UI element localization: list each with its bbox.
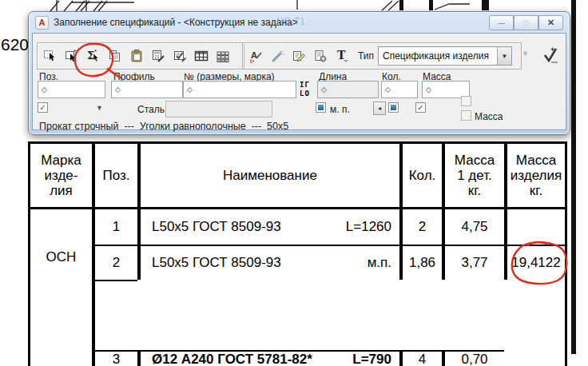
table-icon <box>194 49 209 63</box>
sum-pick-icon: Σ * <box>86 49 101 63</box>
pos-cell: 1 <box>92 209 137 245</box>
placeholder-diamond: ◇ <box>426 86 431 93</box>
name-cell: Ø12 А240 ГОСТ 5781-82*L=790 <box>137 350 399 366</box>
window-buttons: — □ ✕ <box>489 15 563 30</box>
pos-input[interactable]: ◇ <box>38 81 105 98</box>
app-icon: A <box>35 16 49 30</box>
mass2-label: Масса <box>475 111 503 122</box>
placeholder-diamond: ◇ <box>42 86 47 93</box>
mass-cell: 4,75 <box>442 209 504 245</box>
profile-shapes-icon: IΓLO <box>300 81 310 98</box>
dialog-client-area: * Σ * <box>32 33 566 130</box>
name-cell: L50x5 ГОСТ 8509-93м.п. <box>137 245 399 280</box>
placeholder-diamond: ◇ <box>321 86 327 93</box>
pick-rows-new-icon: * <box>65 49 79 63</box>
paste-icon <box>129 49 144 63</box>
placeholder-diamond: ◇ <box>385 86 391 93</box>
fill-specifications-dialog: A Заполнение спецификаций - <Конструкция… <box>28 11 570 135</box>
svg-text:A: A <box>251 50 257 60</box>
pos-cell: 3 <box>92 350 137 366</box>
total-cell <box>504 209 565 245</box>
pos-cell: 2 <box>92 245 137 280</box>
toolbar-group-type: A <box>242 42 522 70</box>
steel-label: Сталь <box>137 104 165 115</box>
header-mass-one: Масса 1 дет. кг. <box>442 144 504 209</box>
header-mark: Марка изде- лия <box>30 144 92 209</box>
sum-pick-button[interactable]: Σ * <box>83 46 104 66</box>
mp-label: м. п. <box>330 104 350 115</box>
text-style-icon: T <box>335 49 349 63</box>
copy-icon <box>108 49 122 63</box>
svg-text:T: T <box>337 49 346 62</box>
steel-input[interactable] <box>165 101 272 117</box>
header-name: Наименование <box>137 144 399 209</box>
profile-dropdown-arrow[interactable]: ▼ <box>96 104 103 112</box>
number-input[interactable]: ◇ <box>183 81 296 98</box>
calculator-edit-button[interactable] <box>148 46 169 66</box>
profile-input[interactable]: ◇ <box>111 81 183 98</box>
combobox-arrow-icon[interactable]: ▼ <box>497 47 511 65</box>
text-style-button[interactable]: T <box>332 46 352 66</box>
edit-note-button[interactable] <box>288 46 309 66</box>
total-mass-checkbox[interactable] <box>461 110 471 121</box>
dimension-label: 620 <box>1 35 29 54</box>
edit-note-icon <box>292 49 306 63</box>
qty-cell: 2 <box>399 209 442 245</box>
header-qty: Кол. <box>399 144 442 209</box>
qty-cell: 4 <box>399 350 442 366</box>
status-text: Прокат строчный --- Уголки равнополочные… <box>39 121 288 132</box>
mp-checkbox[interactable] <box>316 102 326 113</box>
qty-checkbox[interactable]: ✓ <box>415 102 426 113</box>
length-input[interactable]: ◇ <box>317 81 379 98</box>
table-cells-icon <box>216 49 230 63</box>
mass-cell: 0,70 <box>442 350 504 366</box>
spec-type-value: Спецификация изделия <box>379 50 497 62</box>
type-label: Тип <box>358 50 374 62</box>
drawing-line <box>571 0 576 354</box>
calculator-edit-icon <box>151 49 165 63</box>
more-options-arrow[interactable]: ▼ <box>522 50 529 58</box>
copy-button[interactable] <box>105 46 125 66</box>
clear-format-button[interactable]: A <box>245 46 266 66</box>
row1-checkbox[interactable]: ✓ <box>38 102 48 113</box>
length-state-checkbox[interactable] <box>388 102 399 113</box>
total-cell <box>92 280 137 350</box>
qty-input[interactable]: ◇ <box>381 81 418 98</box>
clear-format-icon: A <box>248 49 263 63</box>
mark-cell: ОСН <box>30 209 92 350</box>
minimize-button[interactable]: — <box>489 15 514 30</box>
placeholder-diamond: ◇ <box>115 86 121 93</box>
dialog-titlebar[interactable]: A Заполнение спецификаций - <Конструкция… <box>29 12 570 33</box>
apply-button[interactable]: + <box>539 44 563 66</box>
dialog-title: Заполнение спецификаций - <Конструкция н… <box>54 17 298 28</box>
doc-settings-button[interactable] <box>310 46 331 66</box>
name-cell: L50x5 ГОСТ 8509-93L=1260 <box>137 209 399 245</box>
header-pos: Поз. <box>92 144 137 209</box>
maximize-button[interactable]: □ <box>514 15 538 30</box>
magic-wand-button[interactable] <box>267 46 288 66</box>
toolbar-group-edit: * Σ * <box>37 42 244 70</box>
spec-type-combobox[interactable]: Спецификация изделия ▼ <box>378 46 512 66</box>
table-check-button[interactable] <box>169 46 190 66</box>
table-cells-button[interactable] <box>213 46 233 66</box>
pick-rows-icon <box>43 49 58 63</box>
qty-cell: 1,86 <box>399 245 442 280</box>
paste-button[interactable] <box>126 46 147 66</box>
close-button[interactable]: ✕ <box>538 15 563 30</box>
spin-left-button[interactable]: ◂ <box>373 101 386 115</box>
doc-settings-icon <box>313 49 328 63</box>
pick-rows-button[interactable] <box>40 46 61 66</box>
placeholder-diamond: ◇ <box>187 86 193 93</box>
header-mass-total: Масса изделия кг. <box>504 144 565 209</box>
svg-text:*: * <box>74 49 76 55</box>
magic-wand-icon <box>270 49 284 63</box>
table-button[interactable] <box>191 46 212 66</box>
mass-cell: 3,77 <box>442 245 504 280</box>
upper-mass-checkbox[interactable] <box>461 96 471 106</box>
apply-check-icon: + <box>541 45 562 66</box>
ghost-drawing-text: NO-T1 <box>276 16 305 27</box>
pick-rows-new-button[interactable]: * <box>62 46 82 66</box>
svg-text:*: * <box>94 49 97 55</box>
spec-table: Марка изде- лия Поз. Наименование Кол. М… <box>28 141 567 366</box>
total-mass-value-cell: 19,4122 <box>504 245 565 280</box>
